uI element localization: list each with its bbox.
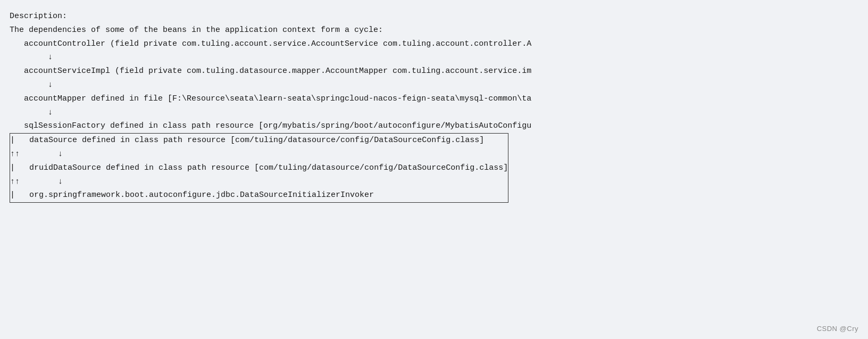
arrow-line-2: ↓ — [10, 78, 855, 92]
sql-session-factory-line: sqlSessionFactory defined in class path … — [10, 119, 855, 133]
arrow-line-1: ↓ — [10, 51, 855, 64]
brand-label: CSDN @Cry — [817, 325, 858, 333]
box-bar-2: | — [10, 161, 15, 175]
up-arrow-2: ↑ — [10, 175, 15, 189]
box-datasource-line: | dataSource defined in class path resou… — [10, 134, 508, 147]
account-service-impl-line: accountServiceImpl (field private com.tu… — [10, 64, 855, 78]
arrow-line-3: ↓ — [10, 106, 855, 120]
main-description-line: The dependencies of some of the beans in… — [10, 23, 855, 37]
account-controller-line: accountController (field private com.tul… — [10, 37, 855, 51]
description-label: Description: — [10, 10, 855, 23]
box-spring-line: | org.springframework.boot.autoconfigure… — [10, 188, 508, 202]
box-druid-line: | druidDataSource defined in class path … — [10, 161, 508, 175]
cycle-box: | dataSource defined in class path resou… — [10, 133, 508, 203]
box-arrow-2: ↑↑ ↓ — [10, 175, 508, 189]
box-arrow-1: ↑↑ ↓ — [10, 147, 508, 161]
box-bar-3: | — [10, 188, 15, 202]
box-bar-1: | — [10, 134, 15, 147]
up-arrow-1: ↑ — [10, 147, 15, 161]
account-mapper-line: accountMapper defined in file [F:\Resour… — [10, 92, 855, 106]
